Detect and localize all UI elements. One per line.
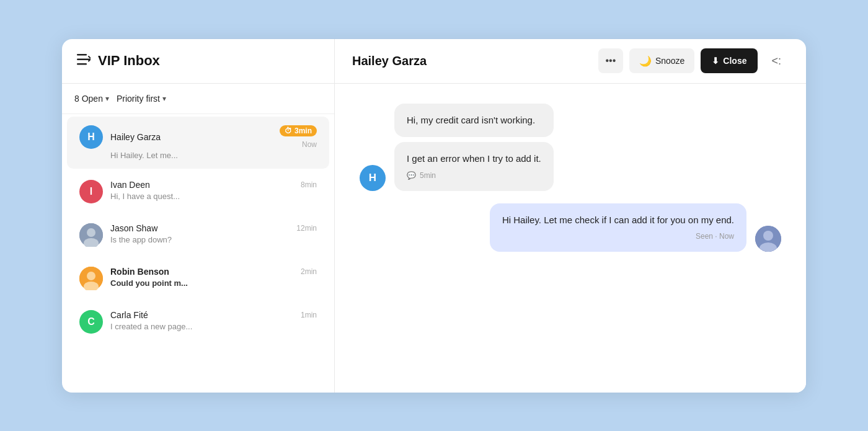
conv-body: Ivan Deen 8min Hi, I have a quest...: [110, 180, 317, 201]
snooze-icon: 🌙: [639, 55, 652, 67]
svg-point-7: [87, 272, 95, 280]
conversation-list: H Hailey Garza ⏱ 3min Now: [62, 114, 334, 393]
conv-preview: Is the app down?: [110, 235, 317, 244]
avatar: I: [79, 180, 103, 203]
conv-preview: Hi, I have a quest...: [110, 192, 317, 201]
message-row: H Hi, my credit card isn't working. I ge…: [360, 104, 781, 191]
snooze-label: Snooze: [655, 56, 684, 66]
message-seen: Seen · Now: [502, 231, 734, 242]
conv-name-row: Carla Fité 1min: [110, 310, 317, 320]
list-item[interactable]: Robin Benson 2min Could you point m...: [67, 258, 329, 299]
snooze-button[interactable]: 🌙 Snooze: [629, 48, 694, 73]
conv-body: Robin Benson 2min Could you point m...: [110, 267, 317, 288]
conv-name: Hailey Garza: [110, 132, 161, 142]
collapse-icon: <:: [771, 55, 781, 67]
close-icon: ⬇: [712, 56, 719, 66]
message-bubble: I get an error when I try to add it. 💬 5…: [394, 142, 554, 191]
svg-rect-2: [77, 63, 87, 65]
stacked-messages: Hi Hailey. Let me check if I can add it …: [490, 203, 746, 252]
conv-meta: 12min: [296, 224, 317, 233]
sidebar-title: VIP Inbox: [98, 53, 160, 69]
conv-body: Jason Shaw 12min Is the app down?: [110, 223, 317, 244]
collapse-button[interactable]: <:: [764, 55, 789, 68]
conv-name: Ivan Deen: [110, 180, 150, 190]
svg-rect-0: [77, 54, 87, 56]
agent-avatar: [755, 226, 781, 252]
conv-preview: Could you point m...: [110, 278, 317, 288]
list-item[interactable]: C Carla Fité 1min I created a new page..…: [67, 301, 329, 342]
time-label: 5min: [420, 170, 436, 181]
chat-icon: 💬: [407, 170, 416, 181]
message-bubble: Hi Hailey. Let me check if I can add it …: [490, 203, 746, 252]
header-row: VIP Inbox Hailey Garza ••• 🌙 Snooze ⬇ Cl…: [62, 39, 806, 84]
sidebar-filters: 8 Open ▾ Priority first ▾: [62, 84, 334, 114]
stacked-messages: Hi, my credit card isn't working. I get …: [394, 104, 554, 191]
priority-badge: ⏱ 3min: [280, 125, 317, 136]
conv-name-row: Jason Shaw 12min: [110, 223, 317, 233]
message-row: Hi Hailey. Let me check if I can add it …: [360, 203, 781, 252]
svg-point-10: [763, 231, 773, 241]
open-filter-chevron: ▾: [105, 94, 109, 103]
conv-meta: ⏱ 3min Now: [280, 125, 317, 149]
conv-body: Hailey Garza ⏱ 3min Now Hi Hailey. Let m…: [110, 125, 317, 160]
conv-meta: 2min: [301, 267, 317, 276]
conv-name: Jason Shaw: [110, 223, 157, 233]
avatar: C: [79, 310, 103, 334]
timer-icon: ⏱: [285, 127, 292, 135]
list-item[interactable]: H Hailey Garza ⏱ 3min Now: [67, 117, 329, 169]
conv-time: 2min: [301, 267, 317, 276]
priority-filter-chevron: ▾: [162, 94, 166, 103]
conv-time: Now: [302, 140, 317, 149]
chat-contact-name: Hailey Garza: [352, 54, 427, 68]
priority-filter-label: Priority first: [117, 94, 160, 104]
message-time: 💬 5min: [407, 170, 541, 181]
chat-header-actions: ••• 🌙 Snooze ⬇ Close <:: [598, 48, 789, 73]
menu-icon: [77, 54, 91, 68]
sidebar: 8 Open ▾ Priority first ▾ H Hailey Garza: [62, 84, 335, 393]
conv-time: 1min: [301, 311, 317, 319]
close-label: Close: [723, 56, 746, 66]
close-button[interactable]: ⬇ Close: [701, 48, 758, 73]
chat-header: Hailey Garza ••• 🌙 Snooze ⬇ Close <:: [335, 39, 806, 83]
chat-panel: H Hi, my credit card isn't working. I ge…: [335, 84, 806, 393]
open-filter-label: 8 Open: [74, 94, 103, 104]
main-content: 8 Open ▾ Priority first ▾ H Hailey Garza: [62, 84, 806, 393]
app-container: VIP Inbox Hailey Garza ••• 🌙 Snooze ⬇ Cl…: [62, 39, 806, 393]
sidebar-header: VIP Inbox: [62, 39, 335, 83]
conv-preview: I created a new page...: [110, 322, 317, 331]
conv-name: Carla Fité: [110, 310, 148, 320]
conv-meta: 1min: [301, 311, 317, 319]
conv-time: 12min: [296, 224, 317, 233]
badge-time: 3min: [294, 127, 312, 135]
conv-body: Carla Fité 1min I created a new page...: [110, 310, 317, 331]
svg-point-4: [87, 228, 95, 237]
avatar: [79, 267, 103, 290]
list-item[interactable]: I Ivan Deen 8min Hi, I have a quest...: [67, 171, 329, 212]
seen-label: Seen · Now: [696, 231, 734, 242]
svg-rect-1: [77, 58, 91, 60]
list-item[interactable]: Jason Shaw 12min Is the app down?: [67, 215, 329, 255]
conv-name-row: Hailey Garza ⏱ 3min Now: [110, 125, 317, 149]
conv-name-row: Ivan Deen 8min: [110, 180, 317, 190]
conv-name-row: Robin Benson 2min: [110, 267, 317, 277]
conv-name: Robin Benson: [110, 267, 169, 277]
message-bubble: Hi, my credit card isn't working.: [394, 104, 554, 138]
priority-filter-button[interactable]: Priority first ▾: [117, 94, 166, 104]
avatar: [79, 223, 103, 247]
conv-meta: 8min: [301, 180, 317, 189]
more-icon: •••: [605, 55, 616, 66]
avatar: H: [360, 165, 386, 191]
conv-preview: Hi Hailey. Let me...: [110, 151, 317, 160]
avatar: H: [79, 125, 103, 149]
more-options-button[interactable]: •••: [598, 48, 623, 73]
conv-time: 8min: [301, 180, 317, 189]
open-filter-button[interactable]: 8 Open ▾: [74, 94, 109, 104]
